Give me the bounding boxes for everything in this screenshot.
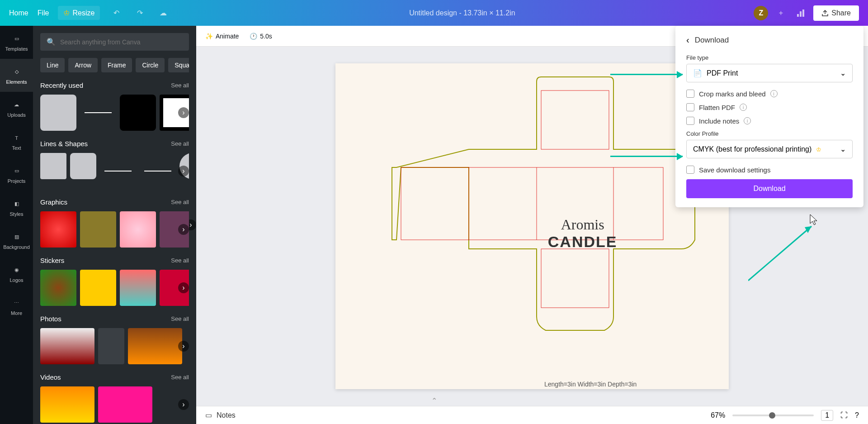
undo-icon[interactable]: ↶ <box>109 6 123 20</box>
graphic-thumb[interactable] <box>40 211 76 248</box>
chip-square[interactable]: Square <box>168 58 189 72</box>
duration-button[interactable]: 🕐 5.0s <box>250 33 272 40</box>
nav-label: Uploads <box>7 112 25 118</box>
section-title: Videos <box>40 373 61 381</box>
element-thumb[interactable] <box>40 95 76 131</box>
nav-elements[interactable]: ◇ Elements <box>0 59 33 92</box>
sticker-thumb[interactable] <box>80 270 116 306</box>
top-bar: Home File Resize ↶ ↷ ☁ Untitled design -… <box>0 0 868 26</box>
scroll-right-icon[interactable]: › <box>178 107 189 118</box>
nav-uploads[interactable]: ☁ Uploads <box>0 92 33 125</box>
resize-label: Resize <box>72 9 94 17</box>
checkbox-icon <box>686 90 694 98</box>
clock-icon: 🕐 <box>250 33 257 40</box>
photo-thumb[interactable] <box>98 328 124 364</box>
nav-projects[interactable]: ▭ Projects <box>0 158 33 191</box>
nav-label: Projects <box>8 178 26 184</box>
sticker-thumb[interactable] <box>40 270 76 306</box>
nav-more[interactable]: ⋯ More <box>0 290 33 323</box>
svg-rect-1 <box>800 11 802 17</box>
notes-button[interactable]: ▭ Notes <box>205 411 236 419</box>
share-button[interactable]: Share <box>813 5 859 21</box>
back-icon[interactable]: ‹ <box>686 35 689 45</box>
checkbox-icon <box>686 117 694 125</box>
box-dieline[interactable] <box>347 72 717 380</box>
redo-icon[interactable]: ↷ <box>132 6 147 20</box>
search-input[interactable] <box>60 38 183 46</box>
brand-text[interactable]: Aromis CANDLE <box>548 216 618 251</box>
file-type-select[interactable]: 📄 PDF Print ⌄ <box>686 64 853 82</box>
styles-icon: ◧ <box>11 199 22 210</box>
info-icon[interactable]: i <box>744 117 751 124</box>
crop-marks-checkbox[interactable]: Crop marks and bleed i <box>686 90 853 98</box>
info-icon[interactable]: i <box>770 90 778 97</box>
animate-label: Animate <box>216 33 239 40</box>
file-type-label: File type <box>686 54 853 61</box>
chip-circle[interactable]: Circle <box>136 58 165 72</box>
see-all-link[interactable]: See all <box>171 315 189 322</box>
animate-button[interactable]: ✨ Animate <box>205 33 239 40</box>
shape-line[interactable] <box>140 153 176 189</box>
element-thumb[interactable] <box>120 95 156 131</box>
design-page[interactable]: Aromis CANDLE <box>335 63 729 389</box>
graphic-thumb[interactable] <box>80 211 116 248</box>
include-notes-checkbox[interactable]: Include notes i <box>686 117 853 125</box>
zoom-value[interactable]: 67% <box>711 411 725 419</box>
section-title: Photos <box>40 315 61 323</box>
nav-text[interactable]: T Text <box>0 125 33 158</box>
nav-label: More <box>11 310 22 316</box>
fullscreen-icon[interactable]: ⛶ <box>840 411 848 419</box>
save-settings-checkbox[interactable]: Save download settings <box>686 166 853 174</box>
scroll-right-icon[interactable]: › <box>178 282 189 293</box>
see-all-link[interactable]: See all <box>171 374 189 381</box>
resize-button[interactable]: Resize <box>58 6 100 20</box>
insights-icon[interactable] <box>793 6 808 20</box>
shape-rounded-square[interactable] <box>70 153 96 179</box>
chip-line[interactable]: Line <box>40 58 65 72</box>
see-all-link[interactable]: See all <box>171 257 189 264</box>
page-indicator[interactable]: 1 <box>821 410 833 421</box>
download-button[interactable]: Download <box>686 179 853 198</box>
video-thumb[interactable] <box>98 386 152 423</box>
nav-styles[interactable]: ◧ Styles <box>0 191 33 224</box>
element-thumb[interactable] <box>80 95 116 131</box>
file-menu[interactable]: File <box>38 9 49 17</box>
info-icon[interactable]: i <box>740 104 747 111</box>
nav-label: Templates <box>5 46 28 52</box>
document-title[interactable]: Untitled design - 13.73in × 11.2in <box>170 9 754 17</box>
section-lines-shapes: Lines & Shapes See all › <box>40 140 189 189</box>
chip-frame[interactable]: Frame <box>101 58 132 72</box>
scroll-right-icon[interactable]: › <box>178 224 189 235</box>
graphic-thumb[interactable] <box>120 211 156 248</box>
nav-templates[interactable]: ▭ Templates <box>0 26 33 59</box>
zoom-slider[interactable] <box>732 414 814 416</box>
chip-arrow[interactable]: Arrow <box>68 58 98 72</box>
see-all-link[interactable]: See all <box>171 140 189 147</box>
checkbox-icon <box>686 103 694 111</box>
scroll-right-icon[interactable]: › <box>178 166 189 176</box>
scroll-right-icon[interactable]: › <box>178 399 189 410</box>
color-profile-select[interactable]: CMYK (best for professional printing) ⌄ <box>686 140 853 158</box>
duration-value: 5.0s <box>260 33 272 40</box>
expand-pages-icon[interactable]: ⌃ <box>431 396 437 405</box>
sticker-thumb[interactable] <box>120 270 156 306</box>
scroll-right-icon[interactable]: › <box>178 341 189 352</box>
help-icon[interactable]: ? <box>855 411 859 419</box>
search-box[interactable]: 🔍 <box>40 33 189 51</box>
nav-logos[interactable]: ◉ Logos <box>0 257 33 290</box>
photo-thumb[interactable] <box>40 328 94 364</box>
home-button[interactable]: Home <box>9 9 28 17</box>
topbar-left: Home File Resize ↶ ↷ ☁ <box>9 6 170 20</box>
add-member-icon[interactable]: + <box>774 6 788 20</box>
photo-thumb[interactable] <box>128 328 182 364</box>
user-avatar[interactable]: Z <box>754 6 768 20</box>
shape-square[interactable] <box>40 153 66 179</box>
svg-rect-0 <box>797 14 799 17</box>
flatten-pdf-checkbox[interactable]: Flatten PDF i <box>686 103 853 111</box>
nav-background[interactable]: ▨ Background <box>0 224 33 257</box>
shape-line[interactable] <box>100 153 136 189</box>
video-thumb[interactable] <box>40 386 94 423</box>
download-panel: ‹ Download File type 📄 PDF Print ⌄ Crop … <box>675 26 863 207</box>
see-all-link[interactable]: See all <box>171 199 189 205</box>
see-all-link[interactable]: See all <box>171 82 189 89</box>
